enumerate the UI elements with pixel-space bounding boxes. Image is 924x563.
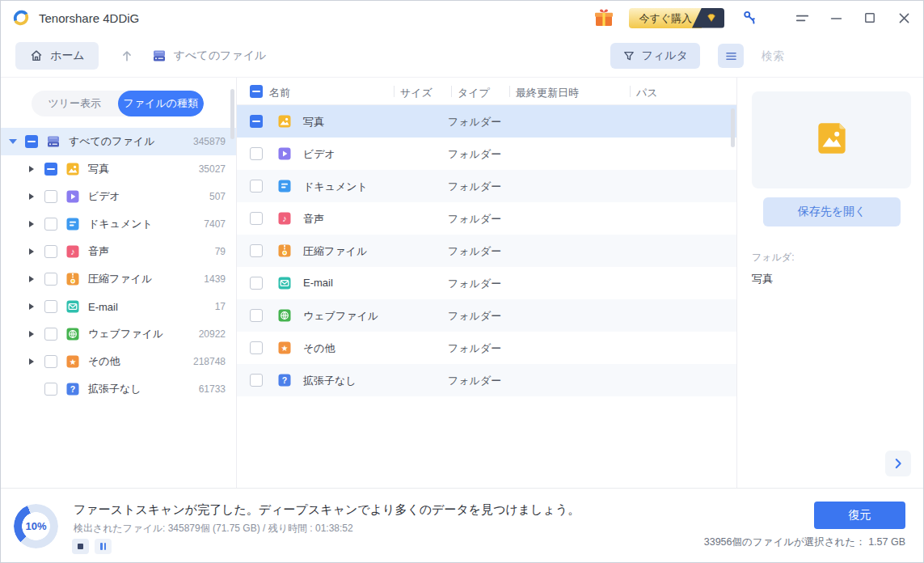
stop-scan-button[interactable] (72, 539, 89, 554)
sidebar-item-label: ウェブファイル (88, 327, 163, 341)
sidebar-item-other[interactable]: ★その他218748 (1, 348, 236, 375)
checkbox[interactable] (44, 190, 57, 203)
sidebar-scrollbar-thumb[interactable] (230, 89, 234, 139)
table-header: 名前 サイズ タイプ 最終更新日時 パス (237, 78, 736, 105)
file-table: 名前 サイズ タイプ 最終更新日時 パス 写真フォルダービデオフォルダードキュメ… (237, 78, 736, 488)
home-button[interactable]: ホーム (15, 42, 99, 70)
search-input[interactable] (762, 49, 908, 62)
checkbox[interactable] (44, 245, 57, 258)
expand-caret-icon[interactable] (28, 330, 36, 338)
filter-button[interactable]: フィルタ (610, 43, 700, 69)
checkbox[interactable] (250, 180, 263, 193)
table-scrollbar-thumb[interactable] (731, 108, 735, 147)
checkbox[interactable] (250, 341, 263, 354)
sidebar-item-photo[interactable]: 写真35027 (1, 155, 236, 183)
next-page-button[interactable] (885, 451, 911, 476)
table-row-archive[interactable]: 圧縮ファイルフォルダー (237, 235, 736, 267)
search-box (753, 44, 909, 68)
expand-caret-icon[interactable] (28, 220, 36, 228)
email-icon (65, 299, 80, 314)
tab-file-types[interactable]: ファイルの種類 (118, 91, 205, 116)
checkbox[interactable] (44, 355, 57, 368)
svg-text:★: ★ (281, 344, 289, 353)
row-type: フォルダー (448, 180, 501, 194)
checkbox[interactable] (250, 115, 263, 128)
sidebar-item-video[interactable]: ビデオ507 (1, 183, 236, 210)
checkbox[interactable] (250, 374, 263, 387)
open-save-location-button[interactable]: 保存先を開く (763, 197, 901, 226)
checkbox[interactable] (44, 328, 57, 341)
sidebar-item-document[interactable]: ドキュメント7407 (1, 210, 236, 238)
sidebar-item-email[interactable]: E-mail17 (1, 293, 236, 320)
checkbox[interactable] (44, 218, 57, 231)
expand-caret-icon[interactable] (28, 275, 36, 283)
pause-scan-button[interactable] (95, 539, 112, 554)
noext-icon: ? (277, 373, 292, 387)
register-key-icon[interactable] (740, 9, 758, 27)
sidebar-item-web[interactable]: ウェブファイル20922 (1, 320, 236, 348)
sidebar-item-count: 1439 (204, 273, 226, 285)
sidebar-item-archive[interactable]: 圧縮ファイル1439 (1, 265, 236, 293)
column-header-path[interactable]: パス (636, 86, 658, 100)
minimize-icon[interactable] (828, 10, 844, 26)
checkbox[interactable] (44, 383, 57, 396)
table-row-web[interactable]: ウェブファイルフォルダー (237, 299, 736, 332)
column-header-type[interactable]: タイプ (458, 86, 490, 100)
table-row-email[interactable]: E-mailフォルダー (237, 267, 736, 299)
sidebar-item-no-extension[interactable]: ?拡張子なし61733 (1, 375, 236, 403)
row-name: E-mail (303, 277, 333, 289)
app-title: Tenorshare 4DDiG (39, 11, 139, 25)
collapse-caret-icon[interactable] (9, 138, 17, 146)
checkbox[interactable] (44, 273, 57, 286)
maximize-icon[interactable] (862, 10, 878, 26)
column-header-name[interactable]: 名前 (269, 86, 290, 100)
checkbox[interactable] (250, 244, 263, 257)
column-header-modified[interactable]: 最終更新日時 (516, 86, 579, 100)
sidebar-item-label: 圧縮ファイル (88, 272, 152, 286)
checkbox[interactable] (250, 277, 263, 290)
sidebar-item-count: 17 (215, 301, 226, 312)
menu-icon[interactable] (794, 10, 810, 26)
funnel-icon (622, 49, 635, 62)
table-row-other[interactable]: ★その他フォルダー (237, 332, 736, 364)
column-header-size[interactable]: サイズ (400, 86, 432, 100)
checkbox[interactable] (44, 300, 57, 313)
list-view-button[interactable] (718, 44, 744, 68)
expand-caret-icon[interactable] (28, 165, 36, 173)
recover-button[interactable]: 復元 (814, 502, 905, 529)
close-icon[interactable] (896, 10, 912, 26)
table-row-video[interactable]: ビデオフォルダー (237, 138, 736, 170)
checkbox[interactable] (44, 163, 57, 176)
svg-text:★: ★ (70, 358, 77, 366)
gift-icon[interactable] (593, 7, 614, 28)
sidebar-item-audio[interactable]: ♪音声79 (1, 238, 236, 265)
expand-caret-icon[interactable] (28, 303, 36, 311)
photo-file-icon (812, 118, 852, 162)
row-name: その他 (303, 341, 335, 356)
table-row-document[interactable]: ドキュメントフォルダー (237, 170, 736, 202)
up-arrow-icon[interactable] (120, 49, 134, 63)
scan-message: ファーストスキャンが完了した。ディープスキャンでより多くのデータを見つけましょう… (74, 502, 580, 518)
checkbox[interactable] (250, 309, 263, 322)
expand-caret-icon[interactable] (28, 193, 36, 201)
navbar: ホーム すべてのファイル フィルタ (1, 35, 923, 78)
select-all-checkbox[interactable] (250, 85, 263, 98)
sidebar-item-all-files[interactable]: すべてのファイル 345879 (1, 128, 236, 155)
tab-tree-view[interactable]: ツリー表示 (32, 91, 118, 116)
archive-icon (65, 272, 80, 286)
expand-caret-icon[interactable] (28, 358, 36, 366)
row-name: 写真 (303, 115, 324, 129)
checkbox[interactable] (25, 135, 38, 148)
checkbox[interactable] (250, 212, 263, 225)
sidebar-tabs: ツリー表示 ファイルの種類 (32, 91, 204, 116)
stop-icon (78, 544, 83, 549)
expand-caret-icon[interactable] (28, 248, 36, 256)
folder-value: 写真 (752, 272, 912, 286)
table-row-photo[interactable]: 写真フォルダー (237, 105, 736, 138)
breadcrumb[interactable]: すべてのファイル (152, 49, 267, 63)
checkbox[interactable] (250, 147, 263, 160)
preview-thumbnail (752, 91, 911, 188)
buy-now-button[interactable]: 今すぐ購入 (629, 8, 724, 28)
table-row-audio[interactable]: ♪音声フォルダー (237, 202, 736, 235)
table-row-no-extension[interactable]: ?拡張子なしフォルダー (237, 364, 736, 396)
